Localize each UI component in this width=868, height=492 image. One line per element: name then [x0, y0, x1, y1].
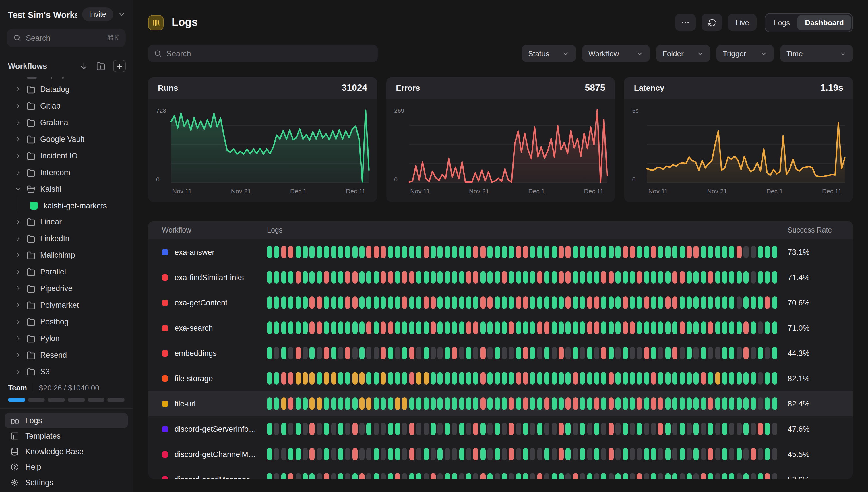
- log-pill[interactable]: [274, 448, 279, 461]
- log-pill[interactable]: [751, 473, 756, 479]
- log-pill[interactable]: [715, 448, 720, 461]
- sidebar-item-posthog[interactable]: Posthog: [0, 314, 132, 330]
- log-pill[interactable]: [743, 296, 749, 309]
- log-pill[interactable]: [765, 473, 770, 479]
- log-pill[interactable]: [765, 296, 770, 309]
- log-pill[interactable]: [317, 372, 322, 385]
- log-pill[interactable]: [473, 296, 478, 309]
- log-pill[interactable]: [623, 347, 628, 360]
- log-pill[interactable]: [530, 321, 535, 334]
- log-pill[interactable]: [359, 246, 365, 259]
- log-pill[interactable]: [310, 246, 315, 259]
- log-pill[interactable]: [402, 296, 407, 309]
- log-pill[interactable]: [502, 321, 507, 334]
- log-pill[interactable]: [324, 296, 329, 309]
- log-pill[interactable]: [537, 321, 543, 334]
- log-pill[interactable]: [495, 422, 500, 435]
- sidebar-item-linear[interactable]: Linear: [0, 214, 132, 230]
- log-pill[interactable]: [722, 372, 727, 385]
- sidebar-item-incident-io[interactable]: Incident IO: [0, 148, 132, 165]
- log-pill[interactable]: [615, 473, 621, 479]
- log-pill[interactable]: [708, 246, 713, 259]
- log-pill[interactable]: [701, 321, 706, 334]
- log-pill[interactable]: [288, 397, 293, 410]
- log-pill[interactable]: [466, 422, 471, 435]
- add-workflow-button[interactable]: [113, 60, 126, 73]
- log-pill[interactable]: [551, 321, 556, 334]
- log-pill[interactable]: [530, 448, 535, 461]
- log-pill[interactable]: [274, 271, 279, 284]
- log-pill[interactable]: [701, 296, 706, 309]
- log-pill[interactable]: [416, 397, 421, 410]
- log-pill[interactable]: [430, 296, 436, 309]
- log-pill[interactable]: [345, 422, 350, 435]
- log-pill[interactable]: [587, 422, 592, 435]
- log-pill[interactable]: [630, 397, 635, 410]
- log-pill[interactable]: [388, 347, 393, 360]
- log-pill[interactable]: [495, 448, 500, 461]
- log-pill[interactable]: [409, 321, 415, 334]
- log-pill[interactable]: [416, 347, 421, 360]
- log-pill[interactable]: [416, 271, 421, 284]
- log-pill[interactable]: [438, 296, 443, 309]
- log-pill[interactable]: [488, 271, 493, 284]
- log-pill[interactable]: [402, 321, 407, 334]
- log-pill[interactable]: [345, 372, 350, 385]
- new-folder-icon[interactable]: [96, 62, 106, 71]
- log-pill[interactable]: [573, 473, 578, 479]
- log-pill[interactable]: [651, 473, 656, 479]
- log-pill[interactable]: [587, 372, 592, 385]
- log-pill[interactable]: [374, 422, 379, 435]
- log-pill[interactable]: [644, 347, 649, 360]
- log-pill[interactable]: [288, 271, 293, 284]
- log-pill[interactable]: [438, 397, 443, 410]
- log-pill[interactable]: [409, 271, 415, 284]
- log-pill[interactable]: [317, 296, 322, 309]
- log-pill[interactable]: [737, 271, 742, 284]
- log-pill[interactable]: [594, 448, 599, 461]
- log-pill[interactable]: [281, 321, 287, 334]
- log-pill[interactable]: [658, 448, 663, 461]
- log-pill[interactable]: [615, 347, 621, 360]
- log-pill[interactable]: [751, 296, 756, 309]
- log-pill[interactable]: [544, 422, 549, 435]
- log-pill[interactable]: [651, 321, 656, 334]
- log-pill[interactable]: [409, 473, 415, 479]
- log-pill[interactable]: [480, 296, 486, 309]
- log-pill[interactable]: [644, 372, 649, 385]
- log-pill[interactable]: [651, 296, 656, 309]
- log-pill[interactable]: [594, 397, 599, 410]
- log-pill[interactable]: [310, 321, 315, 334]
- log-pill[interactable]: [615, 246, 621, 259]
- log-pill[interactable]: [324, 448, 329, 461]
- sidebar-search-input[interactable]: [26, 33, 102, 42]
- log-pill[interactable]: [715, 321, 720, 334]
- log-pill[interactable]: [473, 372, 478, 385]
- log-pill[interactable]: [737, 473, 742, 479]
- log-pill[interactable]: [416, 422, 421, 435]
- log-pill[interactable]: [701, 246, 706, 259]
- log-pill[interactable]: [630, 448, 635, 461]
- log-pill[interactable]: [587, 271, 592, 284]
- log-pill[interactable]: [416, 372, 421, 385]
- log-pill[interactable]: [367, 347, 372, 360]
- log-pill[interactable]: [637, 397, 642, 410]
- log-pill[interactable]: [658, 271, 663, 284]
- log-pill[interactable]: [423, 246, 428, 259]
- log-pill[interactable]: [679, 397, 685, 410]
- log-pill[interactable]: [758, 448, 763, 461]
- log-pill[interactable]: [743, 473, 749, 479]
- log-pill[interactable]: [737, 321, 742, 334]
- log-pill[interactable]: [409, 372, 415, 385]
- log-pill[interactable]: [310, 422, 315, 435]
- log-pill[interactable]: [559, 422, 564, 435]
- table-row-file-url[interactable]: file-url82.4%: [148, 391, 853, 416]
- log-pill[interactable]: [679, 448, 685, 461]
- table-row-exa-findsimilarlinks[interactable]: exa-findSimilarLinks71.4%: [148, 265, 853, 290]
- log-pill[interactable]: [423, 397, 428, 410]
- log-pill[interactable]: [573, 246, 578, 259]
- log-pill[interactable]: [317, 448, 322, 461]
- log-pill[interactable]: [502, 271, 507, 284]
- log-pill[interactable]: [388, 246, 393, 259]
- log-pill[interactable]: [751, 246, 756, 259]
